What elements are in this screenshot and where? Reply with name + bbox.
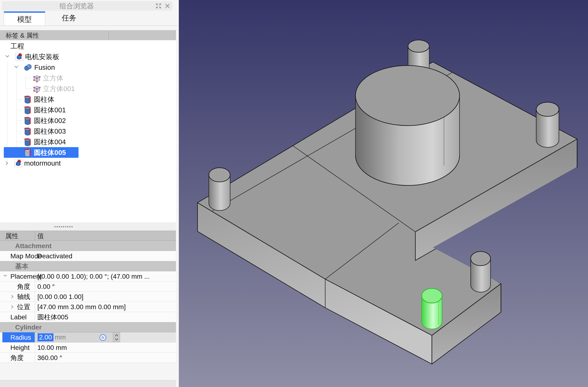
freecad-window: 组合浏览器 模型 任务 xyxy=(0,0,588,387)
combo-view-panel: 组合浏览器 模型 任务 xyxy=(0,0,179,387)
peg-front[interactable] xyxy=(471,252,491,292)
radius-input[interactable]: 2.00mm fx xyxy=(35,332,113,342)
property-section-cylinder[interactable]: Cylinder xyxy=(0,322,176,332)
document-icon xyxy=(15,53,23,62)
cylinder-icon xyxy=(24,117,32,126)
panel-tabs: 模型 任务 xyxy=(0,11,179,26)
tree-item-cylinder[interactable]: 圆柱体 xyxy=(0,94,176,105)
tree-item-cylinder003[interactable]: 圆柱体003 xyxy=(0,126,176,136)
radius-selected-text: 2.00 xyxy=(38,333,53,341)
selected-green-cylinder[interactable] xyxy=(422,288,442,329)
chevron-down-icon[interactable] xyxy=(14,65,19,70)
panel-splitter[interactable] xyxy=(0,222,176,231)
cube-icon xyxy=(33,85,41,94)
3d-viewport[interactable] xyxy=(179,0,588,387)
model-tree: 工程 电机安装板 xyxy=(0,40,176,222)
property-row-position[interactable]: 位置 [47.00 mm 3.00 mm 0.00 mm] xyxy=(0,302,176,312)
panel-bottom-strip xyxy=(0,380,176,387)
cylinder-icon xyxy=(24,95,32,105)
tree-item-fusion[interactable]: Fusion xyxy=(0,62,176,73)
tree-item-cylinder005[interactable]: 圆柱体005 xyxy=(0,147,176,158)
property-grid-header: 属性 值 xyxy=(0,231,176,241)
column-divider[interactable] xyxy=(108,31,109,40)
cylinder-icon xyxy=(24,149,32,158)
property-row-axis[interactable]: 轴线 [0.00 0.00 1.00] xyxy=(0,292,176,302)
tree-item-project[interactable]: 工程 xyxy=(0,41,176,51)
property-row-height[interactable]: Height 10.00 mm xyxy=(0,343,176,353)
radius-spinner[interactable] xyxy=(113,332,120,342)
boss-cylinder[interactable] xyxy=(356,65,460,185)
tree-item-cube001[interactable]: 立方体001 xyxy=(0,83,176,94)
document-icon xyxy=(14,159,22,168)
property-row-angle[interactable]: 角度 0.00 ° xyxy=(0,281,176,292)
chevron-down-icon[interactable] xyxy=(5,54,10,59)
splitter-handle[interactable] xyxy=(54,226,73,227)
property-row-map-mode[interactable]: Map Mode Deactivated xyxy=(0,251,176,261)
tree-header-label: 标签 & 属性 xyxy=(6,30,39,41)
cylinder-icon xyxy=(24,106,32,115)
tree-item-cylinder001[interactable]: 圆柱体001 xyxy=(0,105,176,115)
cylinder-icon xyxy=(24,127,32,137)
chevron-right-icon[interactable] xyxy=(5,161,9,167)
expression-editor-icon[interactable]: fx xyxy=(100,334,106,341)
chevron-right-icon[interactable] xyxy=(10,294,14,300)
tree-item-motormount[interactable]: motormount xyxy=(0,158,176,169)
property-editor: 属性 值 Attachment Map Mode Deactivated 基本 … xyxy=(0,231,176,363)
property-row-angle2[interactable]: 角度 360.00 ° xyxy=(0,353,176,363)
panel-titlebar[interactable]: 组合浏览器 xyxy=(2,1,173,11)
close-icon[interactable] xyxy=(165,3,170,9)
expand-icon[interactable] xyxy=(156,3,161,9)
property-row-label[interactable]: Label 圆柱体005 xyxy=(0,312,176,322)
tree-item-cylinder004[interactable]: 圆柱体004 xyxy=(0,136,176,147)
property-section-base[interactable]: 基本 xyxy=(0,261,176,271)
tree-column-header[interactable]: 标签 & 属性 xyxy=(0,30,176,41)
radius-row-filler xyxy=(120,332,176,342)
fusion-icon xyxy=(24,64,32,72)
tab-tasks[interactable]: 任务 xyxy=(45,11,93,25)
cube-icon xyxy=(33,74,41,84)
property-section-attachment[interactable]: Attachment xyxy=(0,241,176,251)
chevron-right-icon[interactable] xyxy=(10,304,14,310)
peg-right[interactable] xyxy=(536,102,559,147)
panel-title: 组合浏览器 xyxy=(2,1,151,11)
tree-item-cube[interactable]: 立方体 xyxy=(0,73,176,83)
tree-item-motor-mount-plate[interactable]: 电机安装板 xyxy=(0,51,176,62)
tree-item-cylinder002[interactable]: 圆柱体002 xyxy=(0,115,176,126)
peg-left[interactable] xyxy=(209,168,230,211)
chevron-down-icon[interactable] xyxy=(3,274,8,279)
property-row-placement[interactable]: Placement [(0.00 0.00 1.00); 0.00 °; (47… xyxy=(0,271,176,281)
tab-model[interactable]: 模型 xyxy=(4,11,45,25)
cylinder-icon xyxy=(24,138,32,147)
property-row-radius[interactable]: Radius 2.00mm fx xyxy=(0,332,176,343)
